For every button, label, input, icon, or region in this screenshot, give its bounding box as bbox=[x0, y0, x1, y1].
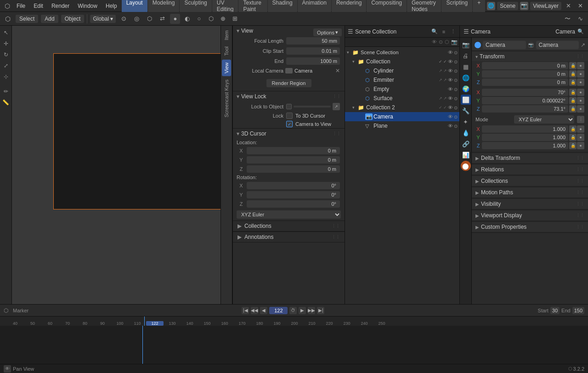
scale-x-lock[interactable]: 🔒 bbox=[569, 125, 577, 133]
tool-measure[interactable]: 📏 bbox=[1, 97, 11, 107]
lock-object-swatch[interactable] bbox=[286, 104, 292, 109]
rot-y-lock[interactable]: 🔒 bbox=[569, 97, 577, 104]
location-x-value[interactable]: 0 m bbox=[482, 62, 568, 69]
n-tab-item[interactable]: Item bbox=[222, 28, 231, 43]
cyl-eye[interactable]: 👁 bbox=[448, 68, 453, 73]
collection-restrict2[interactable]: ✓ bbox=[443, 59, 447, 64]
props-tab-modifiers[interactable]: 🔧 bbox=[461, 106, 471, 116]
props-tab-render[interactable]: 📷 bbox=[461, 40, 471, 50]
tab-compositing[interactable]: Compositing bbox=[367, 0, 407, 13]
tool-transform[interactable]: ⊹ bbox=[1, 72, 11, 82]
to-3d-cursor-checkbox[interactable] bbox=[286, 113, 293, 119]
outliner-camera[interactable]: ▶ 📷 Camera 👁 ⊙ bbox=[345, 112, 459, 121]
prop-col-handle[interactable]: ⋮⋮ bbox=[576, 179, 584, 183]
outliner-options-icon[interactable]: ⋮ bbox=[449, 28, 457, 35]
scene-col-eye[interactable]: 👁 bbox=[448, 50, 453, 55]
props-tab-material[interactable]: ⬤ bbox=[461, 161, 471, 171]
rot-y-anim[interactable]: ● bbox=[577, 97, 584, 104]
cursor-roty-value[interactable]: 0° bbox=[247, 191, 340, 198]
custom-props-header[interactable]: ▶ Custom Properties ⋮⋮ bbox=[472, 222, 588, 232]
scene-col-sel[interactable]: ⊙ bbox=[454, 50, 458, 55]
surf-sel[interactable]: ⊙ bbox=[454, 96, 458, 101]
location-z-value[interactable]: 0 m bbox=[482, 79, 568, 86]
surf-r1[interactable]: ↗ bbox=[439, 96, 442, 101]
focal-length-value[interactable]: 50 mm bbox=[286, 37, 340, 45]
proportional-icon[interactable]: 〜 bbox=[562, 14, 572, 24]
proportional-edit-icon[interactable]: ◎ bbox=[131, 14, 141, 24]
delta-handle[interactable]: ⋮⋮ bbox=[576, 156, 584, 160]
tool-move[interactable]: ✛ bbox=[1, 39, 11, 49]
status-view-icon[interactable]: 👁 bbox=[4, 365, 11, 373]
collections-section-header[interactable]: ▶ Collections ⋮⋮ bbox=[233, 221, 345, 231]
tool-cursor[interactable]: ↖ bbox=[1, 28, 11, 38]
start-value[interactable]: 30 bbox=[550, 307, 560, 314]
outliner-plane[interactable]: ▶ ▽ Plane 👁 ⊙ bbox=[345, 121, 459, 130]
viewport-menu-icon[interactable]: ⬡ bbox=[3, 14, 13, 24]
cam-eye[interactable]: 👁 bbox=[448, 114, 453, 119]
cyl-r1[interactable]: ↗ bbox=[439, 68, 442, 73]
render-region-button[interactable]: Render Region bbox=[266, 79, 311, 87]
rotation-y-value[interactable]: 0.000022° bbox=[482, 97, 568, 104]
object-data-field[interactable]: Camera bbox=[536, 41, 579, 49]
close-viewlayer-btn[interactable]: ✕ bbox=[575, 1, 585, 11]
outliner-filter-icon[interactable]: 🔍 bbox=[431, 28, 438, 35]
vis-handle[interactable]: ⋮⋮ bbox=[576, 202, 584, 206]
rotation-x-value[interactable]: 70° bbox=[482, 89, 568, 96]
view-lock-handle[interactable]: ⋮⋮ bbox=[333, 94, 341, 99]
collections-handle[interactable]: ⋮⋮ bbox=[332, 224, 340, 228]
object-menu[interactable]: Object bbox=[61, 15, 85, 23]
empty-sel[interactable]: ⊙ bbox=[454, 87, 458, 92]
motion-handle[interactable]: ⋮⋮ bbox=[576, 190, 584, 195]
rot-z-lock[interactable]: 🔒 bbox=[569, 105, 577, 113]
surf-eye[interactable]: 👁 bbox=[448, 96, 453, 101]
loc-x-anim[interactable]: ● bbox=[577, 62, 584, 69]
tab-uv-editing[interactable]: UV Editing bbox=[212, 0, 238, 13]
props-tab-data[interactable]: 📊 bbox=[461, 150, 471, 160]
step-back-btn[interactable]: ◀◀ bbox=[251, 307, 258, 314]
cursor-handle[interactable]: ⋮⋮ bbox=[333, 131, 341, 136]
tab-add[interactable]: + bbox=[473, 0, 485, 13]
add-menu[interactable]: Add bbox=[41, 15, 58, 23]
cyl-r2[interactable]: ↗ bbox=[443, 68, 447, 73]
tab-shading[interactable]: Shading bbox=[268, 0, 297, 13]
sync-btn[interactable]: ⏱ bbox=[289, 307, 297, 314]
scale-x-anim[interactable]: ● bbox=[577, 125, 584, 133]
em-eye[interactable]: 👁 bbox=[448, 77, 453, 83]
blender-logo-icon[interactable]: ⬡ bbox=[3, 1, 12, 11]
loc-z-anim[interactable]: ● bbox=[577, 79, 584, 86]
step-forward-btn[interactable]: ▶▶ bbox=[308, 307, 315, 314]
tab-texture-paint[interactable]: Texture Paint bbox=[238, 0, 267, 13]
outliner-empty[interactable]: ▶ ⬡ Empty 👁 ⊙ bbox=[345, 85, 459, 94]
props-tab-output[interactable]: 🖨 bbox=[461, 51, 471, 61]
props-tab-object[interactable]: ⬜ bbox=[461, 95, 471, 105]
play-back-btn[interactable]: ◀ bbox=[260, 307, 267, 314]
outliner-scene-collection[interactable]: ▾ 📁 Scene Collection 👁 ⊙ bbox=[345, 48, 459, 57]
props-search-icon[interactable]: 🔍 bbox=[577, 28, 584, 35]
surf-r2[interactable]: ↗ bbox=[443, 96, 447, 101]
viewport[interactable]: Options ▾ 🔍 ✋ 📷 Item Tool bbox=[12, 26, 345, 304]
snap-icon[interactable]: ⊙ bbox=[119, 14, 129, 24]
cursor-y-value[interactable]: 0 m bbox=[247, 156, 340, 164]
tab-scripting[interactable]: Scripting bbox=[441, 0, 472, 13]
collection-restrict1[interactable]: ✓ bbox=[439, 59, 442, 64]
clip-end-value[interactable]: 1000 m bbox=[286, 57, 340, 65]
scale-x-value[interactable]: 1.000 bbox=[482, 125, 568, 133]
loc-x-lock[interactable]: 🔒 bbox=[569, 62, 577, 69]
cyl-sel[interactable]: ⊙ bbox=[454, 68, 458, 73]
viewport-display-header[interactable]: ▶ Viewport Display ⋮⋮ bbox=[472, 211, 588, 220]
scale-z-anim[interactable]: ● bbox=[577, 142, 584, 149]
annotations-handle[interactable]: ⋮⋮ bbox=[332, 235, 340, 239]
scale-z-value[interactable]: 1.000 bbox=[482, 142, 568, 149]
viewport-gizmo-toggle[interactable]: ⊕ bbox=[218, 14, 228, 24]
object-color-dot[interactable] bbox=[475, 42, 481, 48]
tab-animation[interactable]: Animation bbox=[298, 0, 331, 13]
outliner-cylinder[interactable]: ▶ ⬡ Cylinder ↗ ↗ 👁 ⊙ bbox=[345, 66, 459, 75]
select-menu[interactable]: Select bbox=[16, 15, 38, 23]
outliner-emmiter[interactable]: ▶ ⬡ Emmiter ↗ ↗ 👁 ⊙ bbox=[345, 75, 459, 85]
visibility-header[interactable]: ▶ Visibility ⋮⋮ bbox=[472, 199, 588, 209]
rotation-z-value[interactable]: 73.1° bbox=[482, 105, 568, 113]
scene-selector[interactable]: Scene bbox=[497, 2, 518, 10]
motion-paths-header[interactable]: ▶ Motion Paths ⋮⋮ bbox=[472, 188, 588, 197]
view-lock-header[interactable]: ▾ View Lock ⋮⋮ bbox=[233, 91, 345, 102]
n-tab-screencast[interactable]: Screencast Keys bbox=[222, 77, 231, 120]
